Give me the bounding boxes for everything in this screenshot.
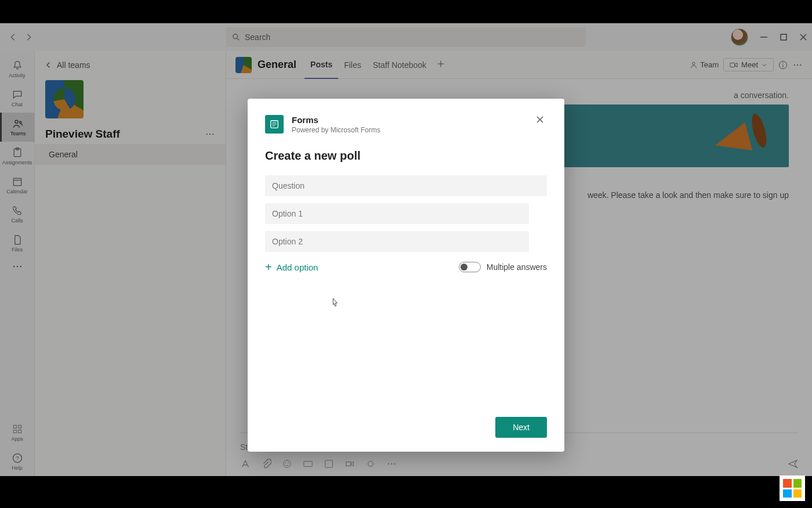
- poll-option-2-input[interactable]: [265, 231, 529, 252]
- modal-app-name: Forms: [292, 115, 380, 125]
- close-icon: [535, 115, 545, 124]
- poll-question-input[interactable]: [265, 175, 547, 196]
- multiple-answers-toggle[interactable]: [459, 262, 481, 272]
- add-option-label: Add option: [277, 262, 318, 272]
- plus-icon: +: [265, 261, 272, 273]
- modal-close-button[interactable]: [535, 115, 547, 127]
- modal-heading: Create a new poll: [265, 149, 547, 163]
- multiple-answers-label: Multiple answers: [487, 262, 547, 272]
- app-window: Search Activity Chat Teams: [0, 23, 812, 476]
- forms-poll-modal: Forms Powered by Microsoft Forms Create …: [248, 99, 564, 452]
- poll-option-1-input[interactable]: [265, 203, 529, 224]
- add-option-button[interactable]: + Add option: [265, 261, 318, 273]
- next-button[interactable]: Next: [495, 417, 547, 438]
- modal-subtitle: Powered by Microsoft Forms: [292, 126, 380, 134]
- microsoft-logo-icon: [780, 475, 805, 501]
- forms-logo-icon: [265, 115, 284, 134]
